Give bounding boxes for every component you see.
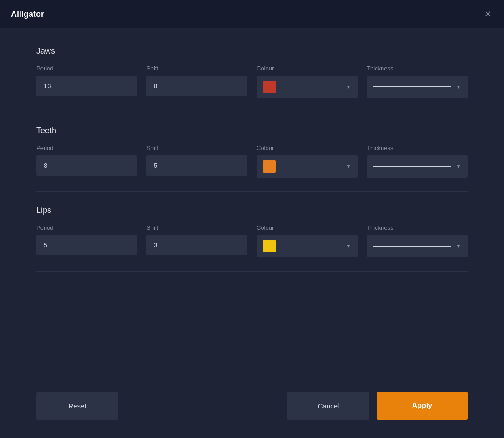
jaws-shift-input[interactable] bbox=[146, 76, 247, 96]
jaws-shift-group: Shift bbox=[146, 65, 247, 98]
lips-thickness-select[interactable]: ▼ bbox=[367, 235, 468, 257]
jaws-section: Jaws Period Shift Colour ▼ bbox=[36, 46, 468, 112]
jaws-thickness-line bbox=[373, 86, 451, 87]
jaws-fields: Period Shift Colour ▼ Thickness bbox=[36, 65, 468, 98]
lips-period-label: Period bbox=[36, 224, 137, 231]
dialog-header: Alligator ✕ bbox=[0, 0, 504, 28]
lips-shift-input[interactable] bbox=[146, 235, 247, 255]
lips-section: Lips Period Shift Colour ▼ bbox=[36, 206, 468, 271]
teeth-period-group: Period bbox=[36, 145, 137, 178]
close-button[interactable]: ✕ bbox=[483, 8, 493, 20]
teeth-shift-input[interactable] bbox=[146, 155, 247, 176]
lips-period-input[interactable] bbox=[36, 235, 137, 255]
teeth-thickness-label: Thickness bbox=[367, 145, 468, 151]
teeth-period-input[interactable] bbox=[36, 155, 137, 176]
teeth-fields: Period Shift Colour ▼ Thickness bbox=[36, 145, 468, 178]
jaws-colour-swatch bbox=[263, 81, 276, 93]
jaws-colour-group: Colour ▼ bbox=[257, 65, 358, 98]
teeth-section: Teeth Period Shift Colour ▼ bbox=[36, 126, 468, 191]
jaws-thickness-select[interactable]: ▼ bbox=[367, 76, 468, 98]
teeth-colour-swatch bbox=[263, 160, 276, 173]
lips-shift-label: Shift bbox=[146, 224, 247, 231]
teeth-thickness-group: Thickness ▼ bbox=[367, 145, 468, 178]
jaws-period-label: Period bbox=[36, 65, 137, 72]
teeth-colour-arrow: ▼ bbox=[346, 163, 351, 170]
teeth-thickness-select[interactable]: ▼ bbox=[367, 155, 468, 178]
jaws-thickness-group: Thickness ▼ bbox=[367, 65, 468, 98]
teeth-shift-label: Shift bbox=[146, 145, 247, 151]
jaws-period-input[interactable] bbox=[36, 76, 137, 96]
lips-thickness-group: Thickness ▼ bbox=[367, 224, 468, 257]
teeth-colour-select[interactable]: ▼ bbox=[257, 155, 358, 178]
divider-teeth-lips bbox=[36, 191, 468, 192]
jaws-thickness-label: Thickness bbox=[367, 65, 468, 72]
lips-shift-group: Shift bbox=[146, 224, 247, 257]
teeth-title: Teeth bbox=[36, 126, 468, 136]
lips-colour-group: Colour ▼ bbox=[257, 224, 358, 257]
footer-right-buttons: Cancel Apply bbox=[287, 392, 468, 420]
lips-colour-select[interactable]: ▼ bbox=[257, 235, 358, 257]
jaws-colour-select[interactable]: ▼ bbox=[257, 76, 358, 98]
teeth-colour-group: Colour ▼ bbox=[257, 145, 358, 178]
lips-thickness-label: Thickness bbox=[367, 224, 468, 231]
dialog-footer: Reset Cancel Apply bbox=[0, 383, 504, 438]
reset-button[interactable]: Reset bbox=[36, 392, 118, 420]
lips-colour-swatch bbox=[263, 240, 276, 252]
teeth-thickness-arrow: ▼ bbox=[456, 163, 461, 170]
lips-title: Lips bbox=[36, 206, 468, 215]
alligator-dialog: Alligator ✕ Jaws Period Shift Colour bbox=[0, 0, 504, 438]
teeth-period-label: Period bbox=[36, 145, 137, 151]
teeth-shift-group: Shift bbox=[146, 145, 247, 178]
lips-colour-arrow: ▼ bbox=[346, 243, 351, 249]
lips-colour-label: Colour bbox=[257, 224, 358, 231]
lips-fields: Period Shift Colour ▼ Thickness bbox=[36, 224, 468, 257]
jaws-colour-arrow: ▼ bbox=[346, 84, 351, 90]
divider-jaws-teeth bbox=[36, 112, 468, 112]
teeth-thickness-line bbox=[373, 166, 451, 167]
teeth-colour-label: Colour bbox=[257, 145, 358, 151]
cancel-button[interactable]: Cancel bbox=[287, 392, 369, 420]
jaws-period-group: Period bbox=[36, 65, 137, 98]
jaws-title: Jaws bbox=[36, 46, 468, 56]
jaws-colour-label: Colour bbox=[257, 65, 358, 72]
jaws-shift-label: Shift bbox=[146, 65, 247, 72]
divider-bottom bbox=[36, 271, 468, 272]
apply-button[interactable]: Apply bbox=[377, 392, 468, 420]
jaws-thickness-arrow: ▼ bbox=[456, 84, 461, 90]
dialog-body: Jaws Period Shift Colour ▼ bbox=[0, 28, 504, 383]
lips-thickness-line bbox=[373, 246, 451, 247]
lips-thickness-arrow: ▼ bbox=[456, 243, 461, 249]
lips-period-group: Period bbox=[36, 224, 137, 257]
dialog-title: Alligator bbox=[11, 10, 44, 19]
